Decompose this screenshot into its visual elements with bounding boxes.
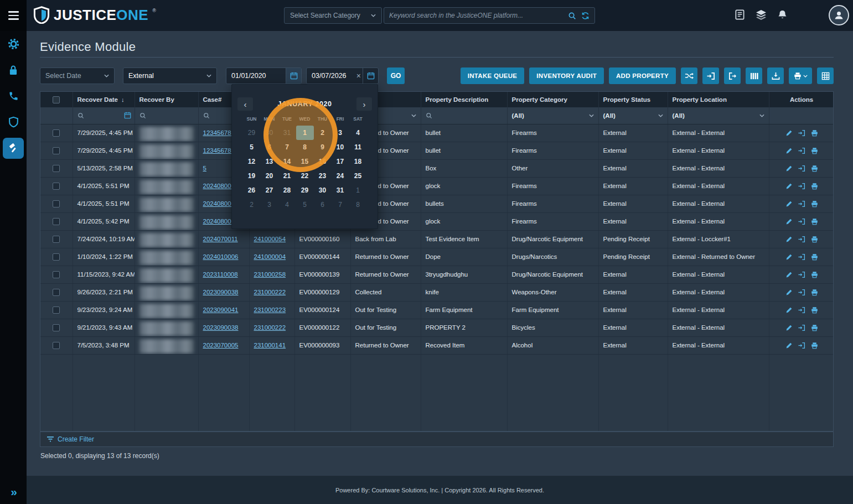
row-checkbox[interactable]	[53, 253, 60, 261]
table-row[interactable]: 9/21/2023, 9:43 AM2023090038231000222EV0…	[40, 319, 834, 336]
case-number-link[interactable]: 2023090038	[203, 289, 239, 295]
calendar-day[interactable]: 31	[332, 183, 349, 198]
column-header-recover_by[interactable]: Recover By	[135, 92, 198, 107]
print-row-icon[interactable]	[811, 165, 818, 172]
sort-descending-icon[interactable]: ↓	[121, 96, 125, 103]
print-row-icon[interactable]	[811, 342, 818, 349]
transfer-icon[interactable]	[798, 289, 805, 296]
calendar-day[interactable]: 23	[314, 169, 332, 183]
incident-number-link[interactable]: 241000054	[254, 236, 286, 242]
edit-pencil-icon[interactable]	[785, 306, 793, 314]
transfer-icon[interactable]	[798, 342, 805, 349]
edit-pencil-icon[interactable]	[785, 342, 793, 349]
print-row-icon[interactable]	[811, 218, 818, 225]
calendar-day[interactable]: 18	[349, 154, 367, 169]
calendar-day[interactable]: 28	[278, 183, 296, 198]
filter-recover_by[interactable]	[135, 107, 198, 124]
menu-toggle-button[interactable]	[0, 0, 27, 31]
incident-number-link[interactable]: 231000223	[254, 306, 286, 313]
transfer-icon[interactable]	[798, 147, 805, 154]
sidebar-item-security[interactable]	[3, 112, 24, 133]
bell-icon[interactable]	[777, 9, 788, 20]
calendar-day[interactable]: 4	[349, 126, 367, 140]
table-row[interactable]: 7/29/2025, 4:45 PM123456789Returned to O…	[40, 142, 834, 159]
case-number-link[interactable]: 202408000	[203, 218, 235, 225]
table-row[interactable]: 11/15/2023, 9:42 AM2023110008231000258EV…	[40, 266, 834, 283]
check-out-button[interactable]	[724, 67, 741, 84]
calendar-prev-button[interactable]: ‹	[237, 97, 253, 111]
sidebar-item-property-tools[interactable]	[3, 138, 24, 159]
transfer-icon[interactable]	[798, 183, 805, 190]
calendar-day[interactable]: 8	[349, 198, 367, 212]
filter-calendar-icon[interactable]	[124, 112, 131, 119]
transfer-icon[interactable]	[798, 129, 805, 137]
column-header-location[interactable]: Property Location	[668, 92, 769, 107]
incident-number-link[interactable]: 231000258	[254, 271, 286, 278]
calendar-day[interactable]: 15	[296, 154, 314, 169]
transfer-icon[interactable]	[798, 253, 805, 261]
filter-location[interactable]: (All)	[668, 107, 769, 124]
transfer-icon[interactable]	[798, 165, 805, 172]
edit-pencil-icon[interactable]	[785, 147, 793, 154]
print-row-icon[interactable]	[811, 306, 818, 314]
sidebar-item-evidence[interactable]	[3, 60, 24, 81]
sidebar-item-settings[interactable]	[3, 34, 24, 55]
search-icon[interactable]	[568, 12, 576, 20]
edit-pencil-icon[interactable]	[785, 253, 793, 261]
incident-number-link[interactable]: 231000141	[254, 342, 286, 349]
case-number-link[interactable]: 2023070005	[203, 342, 239, 349]
column-header-prop_status[interactable]: Property Status	[598, 92, 668, 107]
table-row[interactable]: 4/1/2025, 5:51 PM202408000Returned to Ow…	[40, 195, 834, 212]
calendar-day[interactable]: 26	[243, 183, 261, 198]
go-button[interactable]: GO	[387, 67, 405, 84]
check-in-button[interactable]	[702, 67, 719, 84]
case-number-link[interactable]: 2023090041	[203, 306, 239, 313]
refresh-icon[interactable]	[581, 12, 590, 20]
row-checkbox[interactable]	[53, 324, 60, 331]
filter-category[interactable]: (All)	[507, 107, 598, 124]
print-button[interactable]	[789, 67, 812, 84]
inventory-audit-button[interactable]: INVENTORY AUDIT	[529, 67, 604, 84]
edit-pencil-icon[interactable]	[785, 165, 793, 172]
table-row[interactable]: 9/23/2023, 9:24 AM2023090041231000223EV0…	[40, 301, 834, 319]
transfer-icon[interactable]	[798, 324, 805, 331]
shuffle-button[interactable]	[681, 67, 697, 84]
calendar-day[interactable]: 11	[349, 140, 367, 154]
column-header-category[interactable]: Property Category	[507, 92, 598, 107]
edit-pencil-icon[interactable]	[785, 200, 793, 207]
calendar-icon[interactable]	[363, 68, 378, 84]
table-row[interactable]: 5/13/2025, 2:58 PM5BoxOtherExternalExter…	[40, 159, 834, 177]
calendar-day[interactable]: 2	[243, 198, 261, 212]
table-row[interactable]: 4/1/2025, 5:51 PM202408000Returned to Ow…	[40, 177, 834, 195]
table-row[interactable]: 1/10/2024, 1:22 PM2024010006241000004EV0…	[40, 248, 834, 266]
column-header-recover_date[interactable]: Recover Date↓	[73, 92, 135, 107]
print-row-icon[interactable]	[811, 200, 818, 207]
calendar-day[interactable]: 10	[332, 140, 349, 154]
calendar-day[interactable]: 8	[296, 140, 314, 154]
calendar-icon[interactable]	[286, 68, 301, 84]
row-checkbox[interactable]	[53, 218, 60, 225]
add-property-button[interactable]: ADD PROPERTY	[609, 67, 676, 84]
calendar-day[interactable]: 21	[278, 169, 296, 183]
row-checkbox[interactable]	[53, 271, 60, 278]
columns-button[interactable]	[746, 67, 762, 84]
create-filter-bar[interactable]: Create Filter	[40, 432, 834, 447]
filter-prop_status[interactable]: (All)	[598, 107, 668, 124]
filter-recover_date[interactable]	[73, 107, 135, 124]
global-search-input[interactable]	[389, 12, 565, 19]
edit-pencil-icon[interactable]	[785, 129, 793, 137]
calendar-day[interactable]: 3	[332, 126, 349, 140]
calendar-day[interactable]: 1	[349, 183, 367, 198]
calendar-day[interactable]: 24	[332, 169, 349, 183]
table-row[interactable]: 7/5/2023, 3:48 PM2023070005231000141EV00…	[40, 336, 834, 354]
calendar-day[interactable]: 16	[314, 154, 332, 169]
calendar-day[interactable]: 9	[314, 140, 332, 154]
calendar-day[interactable]: 25	[349, 169, 367, 183]
calendar-day[interactable]: 19	[243, 169, 261, 183]
table-row[interactable]: 7/24/2024, 10:19 AM2024070011241000054EV…	[40, 230, 834, 248]
calendar-day-selected[interactable]: 1	[296, 126, 314, 140]
sidebar-item-calls[interactable]	[3, 86, 24, 107]
transfer-icon[interactable]	[798, 271, 805, 278]
calendar-next-button[interactable]: ›	[356, 97, 372, 111]
row-checkbox[interactable]	[53, 129, 60, 137]
